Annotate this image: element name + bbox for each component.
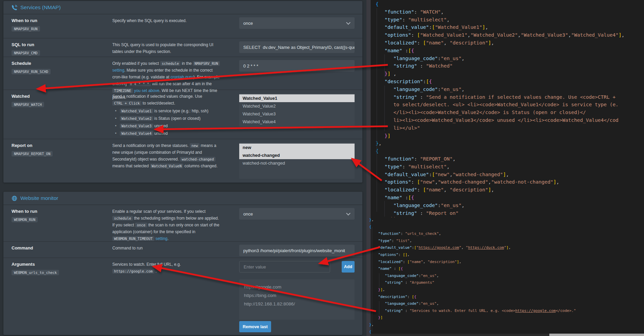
list-add-row: Enter valueAdd (239, 261, 355, 273)
input-placeholder: Enter value (244, 264, 266, 269)
desc-text: columns changed. (183, 164, 217, 168)
desc-text: is Status (open or closed) (153, 116, 201, 121)
setting-row: Report onNMAPSRV_REPORT_ONSend a notific… (3, 139, 362, 183)
setting-name-column: When to runNMAPSRV_RUN (12, 17, 112, 38)
setting-name-column: SQL to runNMAPSRV_CMD (12, 41, 112, 57)
inline-code-chip: WEBMON_RUN_TIMEOUT (112, 236, 154, 241)
setting-description: Enable a regular scan of your services. … (112, 208, 226, 241)
multiselect-option[interactable]: watched-not-changed (239, 159, 355, 167)
remove-last-button[interactable]: Remove last (239, 321, 271, 332)
run-mode-select[interactable]: once (239, 17, 355, 29)
indent-guide (372, 227, 372, 332)
app-root: Services (NMAP)When to runNMAPSRV_RUNSpe… (0, 0, 644, 336)
multiselect-box[interactable]: newwatched-changedwatched-not-changed (239, 142, 355, 179)
setting-description: Send a notification if selected values c… (112, 93, 226, 139)
setting-control-column: SELECT dv.dev_Name as Object_PrimaryID, … (239, 41, 355, 57)
desc-text: Only enabled if you select (112, 61, 160, 66)
desc-text: unused (153, 131, 168, 136)
setting-control-column: newwatched-changedwatched-not-changed (239, 142, 355, 183)
desc-text: Send a notification only on these status… (112, 143, 190, 148)
list-item: Watched_Value2 is Status (open or closed… (120, 116, 222, 121)
setting-code-badge: WEBMON_urls_to_check (12, 270, 59, 275)
section-title: Services (NMAP) (20, 4, 61, 11)
inline-link[interactable]: setting (155, 236, 167, 241)
inline-link[interactable]: crontab.guru (170, 75, 193, 79)
inline-code-chip: CTRL + Click (112, 101, 141, 106)
setting-row: SQL to runNMAPSRV_CMDThis SQL query is u… (3, 38, 362, 57)
multiselect-box[interactable]: Watched_Value1Watched_Value2Watched_Valu… (239, 93, 355, 127)
setting-row: When to runNMAPSRV_RUNSpecify when the S… (3, 14, 362, 38)
json-config-editor[interactable]: { "function": "WATCH", "type": "multisel… (366, 0, 644, 336)
inline-link[interactable]: setting (112, 68, 124, 73)
multiselect-option[interactable]: watched-changed (239, 151, 355, 159)
desc-text: This SQL query is used to populate the c… (112, 42, 213, 54)
desc-text: in the (181, 61, 193, 66)
setting-name-column: Report onNMAPSRV_REPORT_ON (12, 142, 112, 183)
section-title: Website monitor (20, 195, 58, 201)
indent-guide (384, 86, 385, 131)
desc-text: Services to watch. Enter full URL, e.g. (112, 262, 181, 267)
inline-code-chip: 0 4 * * * (128, 81, 151, 86)
setting-row: ArgumentsWEBMON_urls_to_checkServices to… (3, 258, 362, 335)
text-input[interactable]: 0 2 * * * (239, 60, 355, 72)
list-item: Watched_Value1 is service type (e.g.: ht… (120, 109, 222, 114)
inline-code-chip: NMAPSRV_RUN (193, 61, 220, 66)
setting-control-column: once (239, 208, 355, 241)
run-mode-select[interactable]: once (239, 208, 355, 220)
multiselect-option[interactable]: new (239, 144, 355, 151)
chevron-down-icon (346, 211, 351, 216)
enter-value-input[interactable]: Enter value (239, 261, 330, 273)
inline-code-chip: once (135, 223, 147, 227)
inline-code-chip: Watched_Value2 (120, 116, 153, 121)
desc-text: Command to run (112, 246, 143, 250)
phone-icon (12, 4, 18, 11)
setting-label: Watched (12, 93, 112, 99)
settings-panel: Services (NMAP)When to runNMAPSRV_RUNSpe… (0, 0, 366, 336)
add-button[interactable]: Add (342, 261, 355, 273)
text-input[interactable]: python3 /home/pi/pialert/front/plugins/w… (239, 245, 355, 256)
indent-guide (384, 201, 385, 217)
inline-code-chip: Watched_Value4 (120, 131, 153, 136)
setting-label: When to run (12, 208, 112, 214)
globe-icon (12, 195, 18, 201)
setting-name-column: ScheduleNMAPSRV_RUN_SCHD (12, 60, 112, 90)
inline-code-chip: schedule (112, 216, 133, 221)
url-list-item: http://192.168.1.82:8086/ (244, 300, 350, 308)
json-snippet-nmap[interactable]: { "function": "WATCH", "type": "multisel… (376, 0, 624, 217)
desc-text: Enable a regular scan of your services. … (112, 209, 206, 214)
setting-name-column: WatchedNMAPSRV_WATCH (12, 93, 112, 139)
url-list-item: https://bing.com (244, 291, 350, 300)
setting-code-badge: WEBMON_RUN (12, 217, 38, 222)
section-header: Services (NMAP) (3, 1, 362, 14)
multiselect-option[interactable]: Watched_Value3 (239, 110, 355, 118)
multiselect-option[interactable]: Watched_Value4 (239, 118, 355, 126)
multiselect-option[interactable]: Watched_Value2 (239, 102, 355, 110)
setting-code-badge: NMAPSRV_REPORT_ON (12, 151, 53, 156)
settings-card: Services (NMAP)When to runNMAPSRV_RUNSpe… (3, 1, 362, 183)
setting-name-column: ArgumentsWEBMON_urls_to_check (12, 261, 112, 335)
setting-control-column: Watched_Value1Watched_Value2Watched_Valu… (239, 93, 355, 139)
desc-text: Specify when the SQL query is executed. (112, 18, 187, 23)
scrollbar-thumb[interactable] (549, 334, 644, 336)
setting-name-column: Command (12, 245, 112, 258)
url-list-item: https://google.com (244, 283, 350, 291)
text-input[interactable]: SELECT dv.dev_Name as Object_PrimaryID, … (239, 41, 355, 53)
setting-name-column: When to runWEBMON_RUN (12, 208, 112, 241)
setting-control-column: 0 2 * * * (239, 60, 355, 90)
json-snippet-webmon[interactable]: },{ "function": "urls_to_check", "type":… (369, 217, 576, 335)
editor-horizontal-scrollbar[interactable] (371, 334, 644, 336)
url-list-box[interactable]: https://google.comhttps://bing.comhttp:/… (239, 279, 355, 320)
desc-text: is service type (e.g.: http, ssh) (153, 109, 209, 113)
setting-row: ScheduleNMAPSRV_RUN_SCHDOnly enabled if … (3, 57, 362, 90)
multiselect-option[interactable]: Watched_Value1 (239, 94, 355, 102)
setting-label: Schedule (12, 60, 112, 66)
inline-link[interactable]: you set above (134, 88, 159, 93)
desc-text: will run the scan after 4 am in the (151, 81, 212, 86)
setting-code-badge: NMAPSRV_WATCH (12, 102, 44, 107)
setting-row: WatchedNMAPSRV_WATCHSend a notification … (3, 90, 362, 139)
input-value: SELECT dv.dev_Name as Object_PrimaryID, … (243, 45, 355, 50)
setting-control-column: once (239, 17, 355, 38)
desc-text: Send a notification if selected values c… (112, 94, 202, 99)
select-value: once (243, 21, 253, 26)
list-item: Watched_Value3 unused (120, 124, 222, 129)
